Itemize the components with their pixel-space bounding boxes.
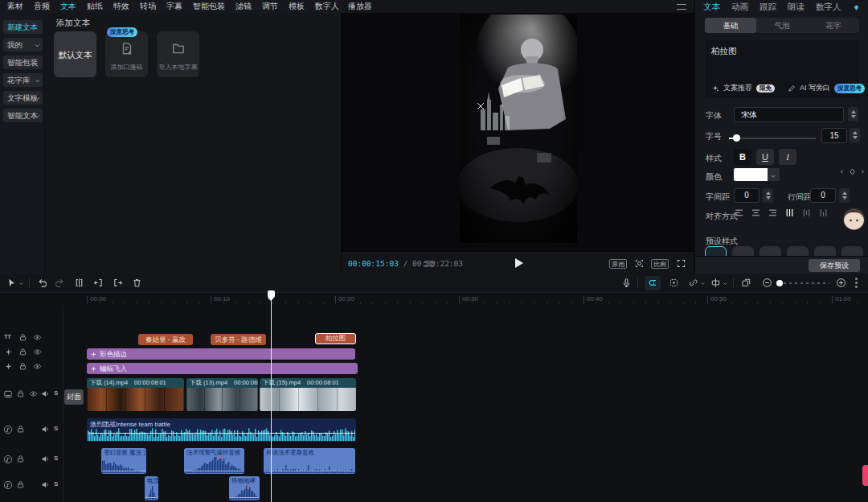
delete-left-icon[interactable] (93, 278, 104, 288)
letter-spacing-box[interactable]: 0 (734, 188, 760, 203)
tab-read-aloud[interactable]: 朗读 (788, 2, 805, 13)
color-swatch[interactable] (734, 168, 768, 181)
nav-smart-text[interactable]: 智能文本 (3, 109, 43, 122)
save-preset-button[interactable]: 保存预设 (809, 259, 860, 272)
eye-icon[interactable] (29, 389, 38, 398)
nav-smart-package[interactable]: 智能包装 (3, 56, 43, 69)
script-to-speech-card[interactable]: 深度思考 添加口播稿 (105, 31, 148, 77)
sfx-clip[interactable]: 变幻音效 魔法 法术 (101, 448, 146, 474)
delete-icon[interactable] (132, 278, 142, 288)
sfx-clip[interactable]: 法术球聚气爆炸音效 (184, 448, 244, 474)
chevron-down-icon[interactable] (722, 280, 729, 287)
effect-clip[interactable]: 蝙蝠飞入 (87, 363, 358, 374)
auto-snap-icon[interactable] (669, 278, 679, 288)
color-dropdown[interactable] (768, 168, 780, 181)
prev-style-icon[interactable] (838, 168, 845, 175)
tab-digital-human[interactable]: 数字人 (816, 2, 841, 13)
valign-middle-icon[interactable] (801, 208, 812, 218)
menu-filters[interactable]: 滤镜 (235, 1, 252, 12)
menu-captions[interactable]: 字幕 (166, 1, 182, 12)
import-subtitle-card[interactable]: 导入本地字幕 (157, 31, 199, 77)
font-stepper[interactable] (848, 107, 858, 121)
lock-icon[interactable] (18, 362, 27, 371)
user-avatar[interactable] (842, 208, 866, 231)
speaker-icon[interactable] (41, 455, 50, 463)
align-left-icon[interactable] (734, 208, 744, 218)
player-viewport[interactable] (342, 13, 695, 251)
main-track-magnet-icon[interactable] (647, 278, 657, 288)
cover-button[interactable]: 封面 (64, 389, 84, 405)
menu-text[interactable]: 文本 (60, 1, 76, 12)
valign-bottom-icon[interactable] (818, 208, 829, 218)
subtab-fancy[interactable]: 花字 (808, 18, 859, 33)
ratio-button[interactable]: 比例 (651, 259, 669, 269)
default-text-card[interactable]: 默认文本 (54, 31, 96, 77)
focus-icon[interactable] (634, 258, 645, 269)
subtab-bubble[interactable]: 气泡 (756, 18, 808, 33)
quality-button[interactable]: 原画 (609, 259, 627, 269)
select-tool-icon[interactable] (6, 278, 17, 288)
solo-button[interactable]: S (54, 455, 58, 462)
preview-axis-icon[interactable] (710, 278, 721, 288)
solo-button[interactable]: S (54, 389, 58, 397)
nav-fancy-text[interactable]: 花字库 (3, 73, 43, 87)
redo-icon[interactable] (55, 278, 65, 288)
zoom-in-icon[interactable] (836, 278, 846, 288)
player-menu-icon[interactable] (677, 4, 686, 10)
menu-material[interactable]: 素材 (7, 1, 23, 12)
timeline-zoom-slider[interactable] (778, 282, 829, 284)
play-button[interactable] (515, 258, 523, 268)
menu-effects[interactable]: 特效 (113, 1, 129, 12)
tab-animation[interactable]: 动画 (731, 2, 748, 13)
video-clip[interactable]: 下载 (15).mp400:00:08:01 (260, 378, 356, 411)
split-icon[interactable] (74, 278, 84, 288)
fullscreen-icon[interactable] (676, 258, 686, 269)
speaker-icon[interactable] (41, 389, 50, 398)
menu-audio[interactable]: 音频 (34, 1, 50, 12)
menu-adjust[interactable]: 调节 (262, 1, 278, 12)
undo-icon[interactable] (37, 278, 47, 288)
ai-voiceover-button[interactable]: AI 写旁白 (800, 83, 830, 93)
align-center-icon[interactable] (751, 208, 761, 218)
timeline-settings-icon[interactable] (855, 278, 858, 288)
subtab-basic[interactable]: 基础 (705, 18, 756, 33)
solo-button[interactable]: S (54, 425, 58, 432)
lock-icon[interactable] (18, 348, 27, 356)
valign-top-icon[interactable] (784, 208, 795, 218)
text-clip[interactable]: 贝多芬 - 路德维 (211, 334, 266, 345)
line-spacing-stepper[interactable] (839, 188, 850, 203)
playhead[interactable] (268, 290, 275, 298)
tab-tracking[interactable]: 跟踪 (760, 2, 776, 13)
timeline-ruler[interactable]: 00:00 00:10 00:20 00:30 00:40 00:50 01:0… (0, 293, 868, 306)
lock-icon[interactable] (18, 333, 27, 342)
text-clip-selected[interactable]: 柏拉图 (315, 333, 356, 344)
line-spacing-box[interactable]: 0 (810, 188, 836, 203)
chevron-down-icon[interactable] (18, 280, 25, 287)
lock-icon[interactable] (16, 389, 25, 398)
size-stepper[interactable] (850, 128, 860, 142)
link-icon[interactable] (688, 278, 698, 288)
copy-recommend-button[interactable]: 文案推荐 (723, 83, 752, 93)
next-style-icon[interactable] (859, 168, 866, 175)
size-value-box[interactable]: 15 (821, 128, 847, 143)
align-right-icon[interactable] (768, 208, 778, 218)
sfx-clip[interactable]: 怪物咆哮 (229, 476, 260, 500)
eye-icon[interactable] (33, 348, 42, 356)
zoom-out-icon[interactable] (762, 278, 772, 288)
menu-templates[interactable]: 模板 (289, 1, 305, 12)
bold-button[interactable]: B (734, 149, 751, 165)
lock-icon[interactable] (16, 425, 25, 434)
eye-icon[interactable] (33, 333, 42, 342)
eye-icon[interactable] (33, 362, 42, 371)
delete-right-icon[interactable] (113, 278, 123, 288)
size-slider-knob[interactable] (733, 134, 740, 142)
underline-button[interactable]: U (756, 149, 774, 165)
sfx-clip[interactable]: 电流 (145, 476, 158, 500)
music-clip[interactable]: 激烈团战Intense team battle (87, 418, 356, 442)
video-clip[interactable]: 下载 (13).mp400:00:06:01 (186, 378, 258, 411)
global-overview-icon[interactable] (741, 278, 751, 288)
nav-new-text[interactable]: 新建文本 (3, 20, 43, 34)
nav-text-template[interactable]: 文字模板 (3, 91, 43, 105)
sfx-clip[interactable]: 神话法术变身音效 (264, 448, 355, 474)
chevron-down-icon[interactable] (699, 280, 706, 287)
